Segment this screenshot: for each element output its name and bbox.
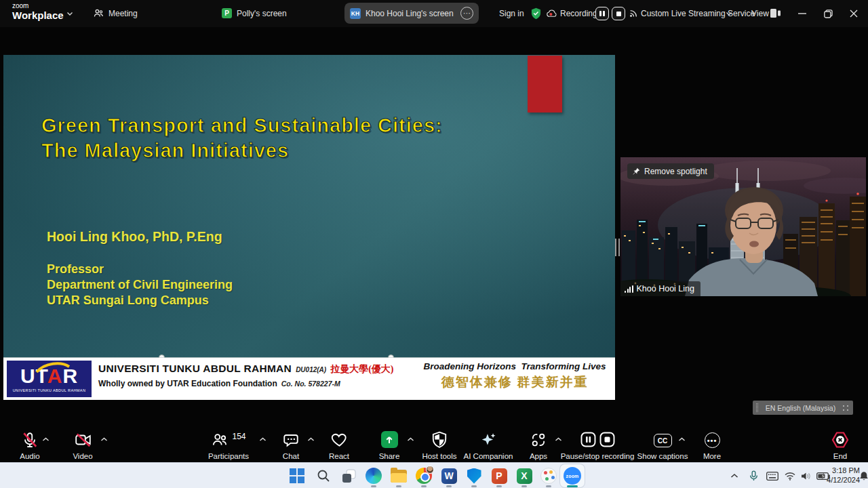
tab-meeting[interactable]: Meeting bbox=[108, 9, 138, 18]
notification-bell-icon bbox=[859, 471, 868, 481]
panel-resize-handle[interactable] bbox=[615, 239, 620, 256]
tray-notifications[interactable] bbox=[859, 463, 868, 488]
start-button[interactable] bbox=[288, 467, 306, 485]
zoom-active-indicator bbox=[567, 485, 578, 487]
excel-icon: X bbox=[517, 468, 532, 484]
end-label: End bbox=[833, 452, 847, 460]
windows-logo-icon bbox=[290, 468, 304, 483]
participant-name-tag: Khoo Hooi Ling bbox=[620, 281, 701, 296]
show-captions-label: Show captions bbox=[637, 452, 688, 460]
tab-polly-screen[interactable]: Polly's screen bbox=[237, 9, 287, 18]
taskbar-clock[interactable]: 3:18 PM 4/12/2024 bbox=[822, 466, 860, 485]
participants-count: 154 bbox=[232, 432, 245, 441]
banner-slogan-english: Broadening Horizons Transforming Lives bbox=[420, 361, 609, 371]
live-streaming-service-label[interactable]: Custom Live Streaming Service bbox=[641, 9, 755, 18]
stop-recording-button[interactable] bbox=[612, 7, 625, 20]
chat-icon bbox=[282, 431, 300, 449]
windows-language-bar[interactable]: EN English (Malaysia) bbox=[753, 401, 853, 415]
wifi-icon bbox=[785, 472, 795, 481]
edge-running-indicator bbox=[371, 485, 376, 487]
pause-recording-icon bbox=[580, 432, 596, 447]
windows-security-button[interactable] bbox=[465, 467, 483, 485]
participants-chevron-icon[interactable] bbox=[259, 437, 267, 442]
tray-volume[interactable] bbox=[798, 463, 813, 488]
camera-off-icon bbox=[74, 431, 92, 449]
chrome-button[interactable] bbox=[415, 467, 433, 485]
powerpoint-button[interactable]: P bbox=[490, 467, 508, 485]
language-label[interactable]: EN English (Malaysia) bbox=[758, 404, 843, 412]
zoom-app-button[interactable]: zoom bbox=[564, 467, 581, 485]
video-chevron-icon[interactable] bbox=[100, 437, 108, 442]
workspace-dropdown-chevron-icon[interactable] bbox=[66, 12, 73, 16]
share-label: Share bbox=[379, 452, 400, 460]
chat-button[interactable]: Chat bbox=[267, 430, 315, 460]
remove-spotlight-button[interactable]: Remove spotlight bbox=[627, 163, 714, 179]
show-captions-button[interactable]: CC Show captions bbox=[630, 430, 695, 460]
chat-label: Chat bbox=[283, 452, 299, 460]
slide-red-accent-bar bbox=[528, 56, 562, 113]
explorer-running-indicator bbox=[396, 485, 401, 487]
task-view-button[interactable] bbox=[340, 467, 357, 485]
streaming-dropdown-chevron-icon[interactable] bbox=[726, 12, 732, 16]
utar-logo: UTAR UNIVERSITI TUNKU ABDUL RAHMAN bbox=[7, 361, 92, 397]
tray-show-hidden-icons[interactable] bbox=[727, 463, 742, 488]
sign-in-button[interactable]: Sign in bbox=[499, 9, 524, 18]
end-meeting-button[interactable]: End bbox=[816, 430, 865, 460]
banner-university-name: UNIVERSITI TUNKU ABDUL RAHMAN bbox=[98, 363, 292, 375]
audio-chevron-icon[interactable] bbox=[42, 437, 50, 442]
view-button-label[interactable]: View bbox=[751, 9, 769, 18]
react-button[interactable]: React bbox=[315, 430, 363, 460]
slide-affiliation-2: Department of Civil Engineering bbox=[47, 278, 233, 292]
excel-button[interactable]: X bbox=[515, 467, 533, 485]
slide-affiliation-3: UTAR Sungai Long Campus bbox=[47, 293, 209, 308]
close-button[interactable] bbox=[841, 0, 867, 27]
restore-button[interactable] bbox=[815, 0, 841, 27]
more-button[interactable]: ••• More bbox=[688, 430, 736, 460]
paint-button[interactable] bbox=[540, 467, 557, 485]
task-view-icon bbox=[341, 468, 357, 484]
logo-text-workplace: Workplace bbox=[12, 10, 64, 20]
captions-chevron-icon[interactable] bbox=[678, 437, 686, 442]
keyboard-icon bbox=[766, 472, 778, 481]
stop-recording-icon bbox=[599, 432, 615, 447]
tray-network[interactable] bbox=[783, 463, 797, 488]
file-explorer-button[interactable] bbox=[390, 467, 408, 485]
tab-khoo-hooi-ling-screen[interactable]: KH Khoo Hooi Ling's screen ⋯ bbox=[344, 3, 479, 24]
tray-microphone[interactable] bbox=[746, 463, 761, 488]
banner-ownership: Wholly owned by UTAR Education Foundatio… bbox=[98, 379, 277, 388]
zoom-workplace-logo: zoom Workplace bbox=[12, 3, 64, 20]
clock-date: 4/12/2024 bbox=[822, 475, 860, 485]
search-button[interactable] bbox=[315, 467, 332, 485]
polly-screen-avatar: P bbox=[222, 8, 232, 18]
more-label: More bbox=[703, 452, 721, 460]
utar-logo-caption: UNIVERSITI TUNKU ABDUL RAHMAN bbox=[13, 388, 86, 392]
tray-touch-keyboard[interactable] bbox=[764, 463, 781, 488]
windows-taskbar: W P X zoom bbox=[0, 462, 868, 488]
video-label: Video bbox=[73, 452, 92, 460]
banner-chinese-name: 拉曼大學(優大) bbox=[330, 363, 393, 375]
chrome-profile-avatar bbox=[426, 466, 434, 474]
apps-icon bbox=[530, 431, 547, 449]
powerpoint-running-indicator bbox=[496, 485, 502, 487]
language-bar-options-icon[interactable] bbox=[843, 405, 848, 411]
pause-recording-button[interactable] bbox=[595, 7, 609, 20]
video-button[interactable]: Video bbox=[58, 430, 107, 460]
slide-title-line1: Green Transport and Sustainable Cities: bbox=[41, 115, 443, 137]
word-button[interactable]: W bbox=[440, 467, 458, 485]
participants-button[interactable]: 154 Participants bbox=[196, 430, 261, 460]
share-button[interactable]: Share bbox=[365, 430, 414, 460]
tab-options-ellipsis-icon[interactable]: ⋯ bbox=[460, 7, 473, 20]
minimize-button[interactable] bbox=[789, 0, 815, 27]
ai-companion-button[interactable]: AI Companion bbox=[454, 430, 522, 460]
speaker-video-tile[interactable]: Remove spotlight Khoo Hooi Ling bbox=[620, 157, 866, 296]
ai-companion-label: AI Companion bbox=[464, 452, 513, 460]
file-explorer-icon bbox=[391, 470, 407, 483]
chat-chevron-icon[interactable] bbox=[307, 437, 315, 442]
paint-running-indicator bbox=[546, 485, 551, 487]
audio-button[interactable]: Audio bbox=[5, 430, 54, 460]
tray-mic-icon bbox=[749, 470, 758, 482]
utar-banner: UTAR UNIVERSITI TUNKU ABDUL RAHMAN UNIVE… bbox=[3, 358, 615, 400]
view-layout-icon[interactable] bbox=[770, 9, 781, 18]
logo-text-zoom: zoom bbox=[12, 3, 64, 9]
edge-browser-button[interactable] bbox=[365, 467, 382, 485]
